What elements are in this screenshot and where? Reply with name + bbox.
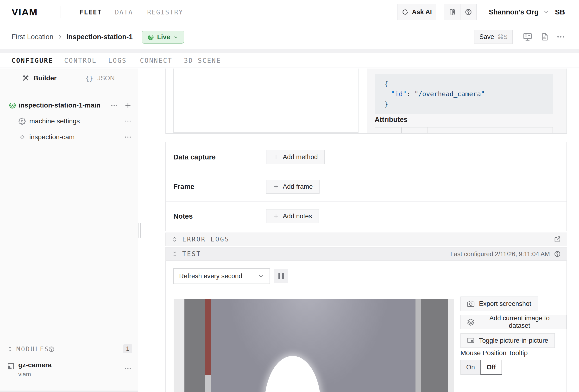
live-radar-icon	[147, 34, 154, 41]
tree-item-inspection-cam[interactable]: inspection-cam	[0, 130, 138, 145]
machine-tabs: CONFIGURE CONTROL LOGS CONNECT 3D SCENE	[0, 53, 579, 68]
component-menu-icon[interactable]	[124, 133, 132, 141]
expand-icon[interactable]	[171, 236, 178, 242]
gear-icon	[18, 118, 26, 125]
attributes-column	[465, 127, 553, 133]
help-circle-icon[interactable]	[48, 346, 55, 353]
module-list-item[interactable]: gz-camera viam	[0, 358, 138, 380]
camera-right-wall	[421, 299, 448, 392]
help-button-group	[444, 4, 477, 20]
collapse-icon[interactable]	[171, 251, 178, 257]
chevron-down-icon	[258, 273, 264, 279]
tab-control[interactable]: CONTROL	[64, 57, 97, 64]
code-line: {	[384, 79, 553, 89]
tab-3d-scene[interactable]: 3D SCENE	[184, 57, 221, 64]
nav-divider	[61, 6, 61, 18]
json-mode-button[interactable]: JSON	[97, 75, 115, 82]
section-label: Data capture	[173, 153, 266, 161]
data-capture-section: Data capture Add method	[166, 142, 567, 172]
toggle-pip-button[interactable]: Toggle picture-in-picture	[460, 333, 555, 348]
config-sidebar: Builder {} JSON inspection-station-1-mai…	[0, 69, 138, 392]
module-menu-icon[interactable]	[124, 365, 132, 372]
json-code-block: {"id": "/overhead_camera"}	[375, 74, 553, 114]
plus-icon	[273, 213, 279, 219]
breadcrumb-location[interactable]: First Location	[11, 33, 53, 41]
pause-refresh-button[interactable]	[274, 269, 288, 283]
machine-status-dropdown[interactable]: Live	[142, 31, 184, 44]
camera-sphere-object	[265, 356, 321, 392]
module-icon	[7, 362, 15, 370]
code-line: "id": "/overhead_camera"	[384, 89, 553, 99]
tree-item-machine-settings[interactable]: machine settings	[0, 114, 138, 129]
nav-item-registry[interactable]: REGISTRY	[147, 8, 183, 16]
chevron-down-icon	[543, 9, 549, 15]
help-question-icon[interactable]	[460, 4, 476, 20]
sidebar-resize-handle[interactable]	[139, 223, 141, 237]
layers-icon	[467, 318, 475, 326]
more-options-icon[interactable]	[556, 32, 565, 41]
user-avatar[interactable]: SB	[555, 8, 565, 16]
tree-item-machine-part[interactable]: inspection-station-1-main	[0, 98, 138, 113]
docs-book-icon[interactable]	[444, 4, 460, 20]
add-resource-icon[interactable]	[124, 101, 132, 109]
chevron-down-icon	[173, 35, 178, 40]
machine-name: inspection-station-1	[66, 33, 133, 41]
add-to-dataset-button[interactable]: Add current image to dataset	[460, 315, 567, 329]
mouse-tooltip-toggle: On Off	[460, 360, 502, 375]
last-configured-text: Last configured 2/11/26, 9:11:04 AM	[450, 250, 550, 258]
mouse-tooltip-label: Mouse Position Tooltip	[460, 349, 528, 357]
camera-red-strip-base	[205, 375, 211, 392]
breadcrumb-chevron-icon	[57, 34, 63, 40]
status-badge: Live	[157, 33, 170, 41]
add-notes-button[interactable]: Add notes	[266, 209, 319, 223]
attributes-column	[375, 127, 402, 133]
modules-header: MODULES	[0, 342, 138, 356]
settings-menu-icon[interactable]	[124, 117, 132, 125]
sidebar-bottom-edge	[0, 391, 138, 392]
modules-divider	[0, 340, 138, 340]
code-line: }	[384, 99, 553, 109]
ask-ai-button[interactable]: Ask AI	[397, 4, 436, 20]
org-switcher[interactable]: Shannon's Org	[489, 8, 549, 16]
section-label: Notes	[173, 212, 266, 220]
export-screenshot-button[interactable]: Export screenshot	[460, 297, 538, 311]
camera-left-edge	[174, 299, 184, 392]
org-name: Shannon's Org	[489, 8, 539, 16]
test-header[interactable]: TEST Last configured 2/11/26, 9:11:04 AM	[165, 247, 567, 261]
collapse-icon[interactable]	[7, 346, 13, 353]
nav-item-fleet[interactable]: FLEET	[79, 8, 102, 16]
braces-icon: {}	[85, 75, 93, 82]
machine-bar: First Location inspection-station-1 Live…	[0, 24, 579, 49]
tab-logs[interactable]: LOGS	[108, 57, 127, 64]
add-method-button[interactable]: Add method	[266, 150, 325, 164]
notes-section: Notes Add notes	[166, 201, 567, 231]
part-menu-icon[interactable]	[110, 101, 118, 109]
camera-left-wall	[184, 299, 205, 392]
test-divider	[166, 291, 567, 291]
tab-configure[interactable]: CONFIGURE	[11, 57, 53, 64]
config-form-panel	[173, 69, 359, 133]
tab-connect[interactable]: CONNECT	[140, 57, 172, 64]
component-diamond-icon	[19, 134, 26, 141]
builder-mode-button[interactable]: Builder	[33, 74, 57, 82]
builder-json-toggle: Builder {} JSON	[0, 69, 138, 88]
add-frame-button[interactable]: Add frame	[266, 180, 320, 194]
attributes-column	[402, 127, 428, 133]
monitor-icon[interactable]	[523, 32, 532, 42]
error-logs-header[interactable]: ERROR LOGS	[165, 233, 567, 246]
sparkle-refresh-icon	[402, 8, 409, 16]
nav-item-data[interactable]: DATA	[115, 8, 133, 16]
tooltip-off-button[interactable]: Off	[480, 360, 502, 375]
component-sections-card: Data capture Add method Frame Add frame …	[165, 142, 567, 231]
help-circle-icon[interactable]	[554, 250, 561, 258]
save-shortcut: ⌘S	[498, 33, 507, 40]
machine-part-radar-icon	[9, 101, 16, 109]
viam-logo[interactable]: VIAM	[11, 6, 38, 17]
main-divider	[153, 69, 153, 392]
camera-stream-image[interactable]	[174, 299, 454, 392]
report-document-icon[interactable]	[541, 32, 549, 41]
save-button[interactable]: Save ⌘S	[474, 30, 513, 44]
tooltip-on-button[interactable]: On	[460, 360, 481, 375]
refresh-rate-select[interactable]: Refresh every second	[173, 268, 270, 284]
external-link-icon[interactable]	[554, 236, 561, 243]
